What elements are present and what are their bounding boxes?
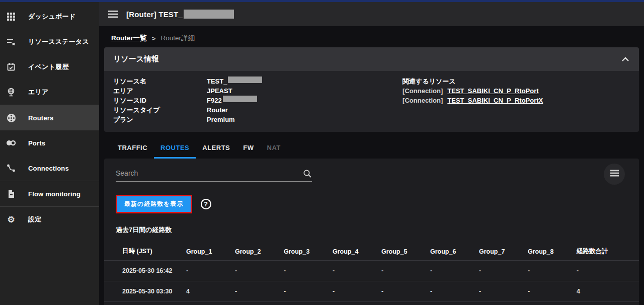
collapse-chevron-up-icon[interactable] — [621, 56, 630, 62]
table-cell: - — [577, 267, 639, 274]
search-row — [116, 168, 312, 182]
table-cell: 2025-05-30 03:30 — [122, 288, 186, 295]
show-latest-routes-button[interactable]: 最新の経路数を表示 — [117, 196, 191, 212]
table-cell: - — [381, 267, 430, 274]
related-resources: 関連するリソース [Connection] TEST_SABIKI_CN_P_R… — [403, 77, 630, 124]
sidebar-item-resource-status[interactable]: リソースステータス — [0, 29, 99, 54]
sidebar-item-event-history[interactable]: イベント履歴 — [0, 54, 99, 80]
column-header: Group_4 — [333, 248, 381, 255]
table-cell: - — [235, 267, 284, 274]
actions-row: 最新の経路数を表示 ? — [116, 195, 627, 213]
help-question-icon[interactable]: ? — [201, 199, 211, 209]
sidebar-item-label: Connections — [28, 165, 69, 172]
table-cell: - — [333, 288, 381, 295]
table-cell: 4 — [577, 288, 639, 295]
table-cell: - — [479, 288, 528, 295]
app-bar: [Router] TEST_ — [99, 2, 644, 26]
resource-fields: リソース名 TEST_ エリア JPEAST リソースID F922 リ — [113, 77, 403, 124]
tab-routes[interactable]: ROUTES — [154, 139, 196, 159]
sidebar-item-label: Flow monitoring — [28, 190, 80, 198]
resource-status-icon — [6, 37, 16, 47]
resource-info-panel: リソース情報 リソース名 TEST_ エリア JPEAST — [104, 47, 639, 132]
column-header: Group_5 — [381, 248, 430, 255]
tab-fw[interactable]: FW — [236, 139, 260, 159]
resource-info-header: リソース情報 — [104, 47, 639, 71]
table-row: 2025-05-30 16:42--------- — [104, 260, 639, 281]
hamburger-menu-icon[interactable] — [108, 10, 118, 18]
field-label: リソース名 — [113, 77, 207, 86]
table-menu-button[interactable] — [604, 164, 625, 185]
breadcrumb-link-router-list[interactable]: Router一覧 — [111, 34, 147, 43]
page-title: [Router] TEST_ — [126, 10, 183, 19]
field-value: Router — [207, 105, 228, 115]
related-resource-link[interactable]: TEST_SABIKI_CN_P_RtoPortX — [447, 96, 543, 105]
search-input[interactable] — [116, 168, 312, 182]
breadcrumb: Router一覧 > Router詳細 — [99, 26, 644, 47]
breadcrumb-separator: > — [152, 35, 156, 42]
tab-alerts[interactable]: ALERTS — [196, 139, 236, 159]
field-label: エリア — [113, 86, 207, 96]
field-value: JPEAST — [207, 86, 232, 96]
sidebar-item-settings[interactable]: ⚙ 設定 — [0, 207, 99, 232]
dashboard-grid-icon — [6, 12, 16, 22]
table-cell: - — [430, 267, 479, 274]
breadcrumb-current: Router詳細 — [160, 34, 195, 43]
table-cell: - — [430, 288, 479, 295]
column-header: Group_6 — [430, 248, 479, 255]
menu-lines-icon — [610, 170, 619, 179]
sidebar-item-routers[interactable]: Routers — [0, 105, 99, 130]
table-cell: 2025-05-30 16:42 — [122, 267, 186, 274]
sidebar-item-flow-monitoring[interactable]: Flow monitoring — [0, 181, 99, 206]
table-cell: - — [284, 267, 333, 274]
table-body: 2025-05-30 16:42---------2025-05-30 03:3… — [104, 260, 639, 305]
search-icon[interactable] — [303, 169, 312, 180]
field-value: Premium — [207, 115, 235, 124]
field-plan: プラン Premium — [113, 115, 403, 124]
table-cell: - — [186, 267, 235, 274]
table-row: 2025-05-29 03:304-------4 — [104, 301, 639, 305]
settings-gear-icon: ⚙ — [6, 214, 16, 224]
sidebar-item-area[interactable]: エリア — [0, 80, 99, 105]
ports-icon — [6, 138, 16, 148]
field-label: リソースID — [113, 96, 207, 105]
column-header: Group_1 — [186, 248, 235, 255]
redaction-box — [228, 77, 262, 83]
sidebar-item-label: エリア — [28, 88, 49, 97]
routes-tab-panel: 最新の経路数を表示 ? 過去7日間の経路数 日時 (JST)Group_1Gro… — [104, 159, 639, 305]
app-layout: ダッシュボード リソースステータス イベント履歴 エリア Routers — [0, 0, 644, 305]
field-label: リソースタイプ — [113, 105, 207, 115]
area-globe-icon — [6, 87, 16, 97]
field-value: TEST_ — [207, 77, 227, 86]
sidebar-item-connections[interactable]: Connections — [0, 156, 99, 181]
detail-tabs: TRAFFIC ROUTES ALERTS FW NAT — [105, 139, 638, 159]
field-resource-id: リソースID F922 — [113, 96, 403, 105]
sidebar-item-label: 設定 — [28, 215, 41, 224]
sidebar-item-label: Routers — [28, 114, 54, 122]
table-cell: - — [284, 288, 333, 295]
router-icon — [6, 113, 16, 123]
table-cell: - — [528, 267, 577, 274]
connections-icon — [6, 163, 16, 173]
event-history-calendar-icon — [6, 62, 16, 72]
resource-info-body: リソース名 TEST_ エリア JPEAST リソースID F922 リ — [104, 71, 639, 132]
related-resource-type: [Connection] — [403, 86, 443, 96]
column-header: Group_3 — [284, 248, 333, 255]
red-highlight-annotation: 最新の経路数を表示 — [116, 195, 192, 213]
table-header-row: 日時 (JST)Group_1Group_2Group_3Group_4Grou… — [104, 243, 639, 260]
tab-nat[interactable]: NAT — [261, 139, 287, 159]
top-accent-bar — [0, 0, 644, 2]
table-cell: - — [479, 267, 528, 274]
sidebar-item-label: イベント履歴 — [28, 62, 68, 71]
column-header: 経路数合計 — [577, 247, 639, 256]
resource-info-title: リソース情報 — [113, 54, 159, 64]
sidebar-item-dashboard[interactable]: ダッシュボード — [0, 4, 99, 29]
table-cell: 4 — [186, 288, 235, 295]
related-resource-item: [Connection] TEST_SABIKI_CN_P_RtoPortX — [403, 96, 630, 105]
tab-traffic[interactable]: TRAFFIC — [111, 139, 154, 159]
routes-table: 日時 (JST)Group_1Group_2Group_3Group_4Grou… — [104, 243, 639, 305]
table-cell: - — [528, 288, 577, 295]
related-resource-link[interactable]: TEST_SABIKI_CN_P_RtoPort — [447, 86, 538, 96]
flow-monitoring-doc-icon — [6, 189, 16, 199]
related-resource-type: [Connection] — [403, 96, 443, 105]
sidebar-item-ports[interactable]: Ports — [0, 130, 99, 156]
